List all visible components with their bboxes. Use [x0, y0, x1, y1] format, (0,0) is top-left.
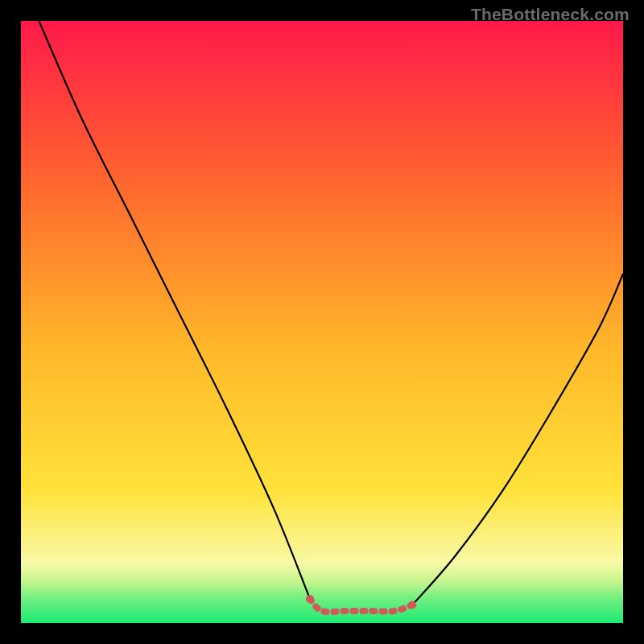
- bottleneck-curve-chart: [21, 21, 623, 623]
- valley-end-cap-left: [306, 595, 314, 603]
- chart-frame: [21, 21, 623, 623]
- valley-end-cap-right: [408, 601, 416, 609]
- gradient-background: [21, 21, 623, 623]
